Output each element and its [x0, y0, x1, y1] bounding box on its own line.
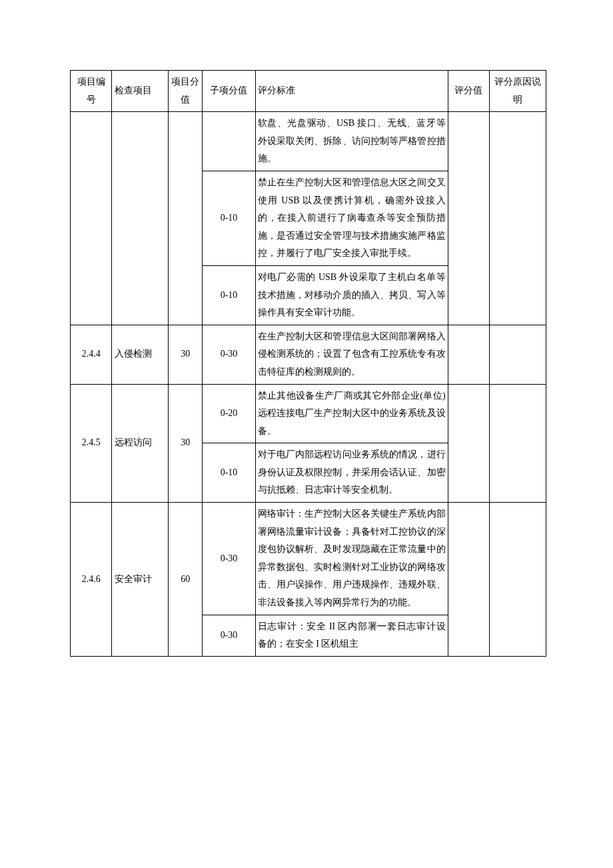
cell-id [71, 112, 112, 325]
cell-item: 安全审计 [112, 503, 169, 657]
cell-score: 30 [169, 325, 203, 384]
cell-val [448, 112, 489, 325]
table-row: 2.4.4入侵检测300-30在生产控制大区和管理信息大区间部署网络入侵检测系统… [71, 325, 546, 384]
cell-sub [203, 112, 255, 171]
cell-score [169, 112, 203, 325]
header-sub: 子项分值 [203, 71, 255, 112]
header-rsn: 评分原因说明 [489, 71, 546, 112]
cell-sub: 0-30 [203, 615, 255, 656]
table-row: 软盘、光盘驱动、USB 接口、无线、蓝牙等外设采取关闭、拆除、访问控制等严格管控… [71, 112, 546, 171]
cell-std: 禁止在生产控制大区和管理信息大区之间交叉使用 USB 以及便携计算机，确需外设接… [255, 171, 448, 265]
cell-id: 2.4.5 [71, 384, 112, 503]
table-row: 2.4.6安全审计600-30网络审计：生产控制大区各关键生产系统内部署网络流量… [71, 503, 546, 615]
cell-item: 远程访问 [112, 384, 169, 503]
table-row: 2.4.5远程访问300-20禁止其他设备生产厂商或其它外部企业(单位)远程连接… [71, 384, 546, 443]
cell-rsn [489, 503, 546, 657]
cell-sub: 0-20 [203, 384, 255, 443]
header-std: 评分标准 [255, 71, 448, 112]
cell-val [448, 503, 489, 657]
cell-id: 2.4.6 [71, 503, 112, 657]
header-val: 评分值 [448, 71, 489, 112]
cell-item: 入侵检测 [112, 325, 169, 384]
cell-val [448, 384, 489, 503]
cell-score: 60 [169, 503, 203, 657]
cell-sub: 0-30 [203, 325, 255, 384]
cell-std: 禁止其他设备生产厂商或其它外部企业(单位)远程连接电厂生产控制大区中的业务系统及… [255, 384, 448, 443]
header-score: 项目分值 [169, 71, 203, 112]
cell-std: 日志审计：安全 II 区内部署一套日志审计设备的；在安全 I 区机组主 [255, 615, 448, 656]
cell-val [448, 325, 489, 384]
cell-std: 对电厂必需的 USB 外设采取了主机白名单等技术措施，对移动介质的插入、拷贝、写… [255, 265, 448, 325]
cell-std: 网络审计：生产控制大区各关键生产系统内部署网络流量审计设备；具备针对工控协议的深… [255, 503, 448, 615]
cell-score: 30 [169, 384, 203, 503]
cell-std: 对于电厂内部远程访问业务系统的情况，进行身份认证及权限控制，并采用会话认证、加密… [255, 443, 448, 503]
scoring-table: 项目编号 检查项目 项目分值 子项分值 评分标准 评分值 评分原因说明 软盘、光… [70, 70, 546, 657]
cell-std: 软盘、光盘驱动、USB 接口、无线、蓝牙等外设采取关闭、拆除、访问控制等严格管控… [255, 112, 448, 171]
cell-sub: 0-10 [203, 171, 255, 265]
header-row: 项目编号 检查项目 项目分值 子项分值 评分标准 评分值 评分原因说明 [71, 71, 546, 112]
cell-id: 2.4.4 [71, 325, 112, 384]
cell-sub: 0-30 [203, 503, 255, 615]
header-item: 检查项目 [112, 71, 169, 112]
cell-item [112, 112, 169, 325]
cell-rsn [489, 384, 546, 503]
header-id: 项目编号 [71, 71, 112, 112]
cell-rsn [489, 325, 546, 384]
cell-rsn [489, 112, 546, 325]
cell-sub: 0-10 [203, 443, 255, 503]
cell-sub: 0-10 [203, 265, 255, 325]
cell-std: 在生产控制大区和管理信息大区间部署网络入侵检测系统的；设置了包含有工控系统专有攻… [255, 325, 448, 384]
